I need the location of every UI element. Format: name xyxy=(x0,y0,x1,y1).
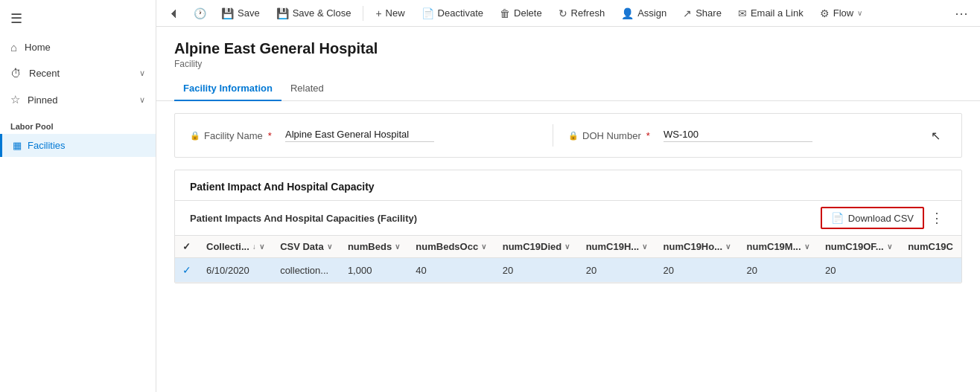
sidebar-item-pinned[interactable]: ☆ Pinned ∨ xyxy=(0,86,156,113)
pinned-icon: ☆ xyxy=(10,93,20,106)
toolbar-separator-1 xyxy=(363,6,363,21)
record-header: Alpine East General Hospital Facility xyxy=(156,27,980,69)
row-numC19M: 20 xyxy=(739,258,818,283)
sidebar-item-recent-label: Recent xyxy=(29,68,132,79)
delete-button[interactable]: 🗑 Delete xyxy=(492,4,550,22)
doh-number-label: 🔒 DOH Number * xyxy=(568,130,658,141)
save-icon: 💾 xyxy=(221,7,234,19)
record-subtitle: Facility xyxy=(174,59,962,69)
tab-related[interactable]: Related xyxy=(281,77,333,101)
facility-name-label: 🔒 Facility Name * xyxy=(190,130,279,141)
subgrid-more-button[interactable]: ⋮ xyxy=(927,207,946,229)
col-header-check: ✓ xyxy=(175,236,199,258)
filter-icon-numC19M: ∨ xyxy=(804,242,809,251)
new-button[interactable]: + New xyxy=(368,4,412,22)
col-header-numC19Ho[interactable]: numC19Ho... ∨ xyxy=(656,236,739,258)
flow-chevron-icon: ∨ xyxy=(857,9,862,17)
col-header-numbedsOcc[interactable]: numBedsOcc ∨ xyxy=(408,236,494,258)
impact-section-title: Patient Impact And Hospital Capacity xyxy=(175,170,961,201)
flow-button[interactable]: ⚙ Flow ∨ xyxy=(812,4,870,22)
assign-icon: 👤 xyxy=(621,7,634,19)
sidebar-item-home[interactable]: ⌂ Home xyxy=(0,34,156,60)
refresh-icon: ↻ xyxy=(559,7,567,19)
history-icon[interactable]: 🕐 xyxy=(188,4,212,22)
filter-icon-collecti: ∨ xyxy=(259,242,264,251)
sidebar-item-pinned-label: Pinned xyxy=(28,94,132,106)
filter-icon-numbedsOcc: ∨ xyxy=(481,242,486,251)
subgrid-title: Patient Impacts And Hospital Capacities … xyxy=(190,213,417,224)
history-back-button[interactable]: ⏴ xyxy=(162,4,186,23)
email-link-button[interactable]: ✉ Email a Link xyxy=(731,4,811,22)
download-csv-button[interactable]: 📄 Download CSV xyxy=(821,207,924,229)
sidebar-item-recent[interactable]: ⏱ Recent ∨ xyxy=(0,60,156,86)
filter-icon-numC19Ho: ∨ xyxy=(725,242,731,251)
facility-form-section: 🔒 Facility Name * Alpine East General Ho… xyxy=(174,113,962,158)
lock-icon-2: 🔒 xyxy=(568,131,579,141)
subgrid-actions: 📄 Download CSV ⋮ xyxy=(821,207,946,229)
filter-icon-numC19H: ∨ xyxy=(642,242,647,251)
doh-number-field: 🔒 DOH Number * WS-100 xyxy=(568,129,916,142)
deactivate-icon: 📄 xyxy=(421,7,434,19)
sort-desc-icon: ↓ xyxy=(252,242,256,251)
col-header-numC19M[interactable]: numC19M... ∨ xyxy=(739,236,818,258)
row-collecti: 6/10/2020 xyxy=(199,258,273,283)
sidebar: ☰ ⌂ Home ⏱ Recent ∨ ☆ Pinned ∨ Labor Poo… xyxy=(0,0,156,392)
doh-number-required: * xyxy=(646,130,650,141)
email-link-icon: ✉ xyxy=(738,7,747,19)
hamburger-menu[interactable]: ☰ xyxy=(0,3,156,34)
row-csvdata: collection... xyxy=(273,258,340,283)
cursor-indicator: ↖ xyxy=(931,129,946,143)
save-close-icon: 💾 xyxy=(276,7,289,19)
new-icon: + xyxy=(375,7,381,19)
col-header-csvdata[interactable]: CSV Data ∨ xyxy=(273,236,340,258)
filter-icon-numC19Died: ∨ xyxy=(564,242,570,251)
patient-impact-table: ✓ Collecti... ↓ ∨ CSV Data xyxy=(175,236,961,283)
col-header-numC19H[interactable]: numC19H... ∨ xyxy=(579,236,656,258)
row-numC19C xyxy=(900,258,961,283)
recent-chevron-icon: ∨ xyxy=(139,68,145,78)
main-area: ⏴ 🕐 💾 Save 💾 Save & Close + New 📄 Deacti… xyxy=(156,0,980,392)
form-row-1: 🔒 Facility Name * Alpine East General Ho… xyxy=(175,114,961,157)
checkmark-icon: ✓ xyxy=(182,241,191,252)
sidebar-item-facilities[interactable]: ▦ Facilities xyxy=(0,134,156,157)
main-content: Alpine East General Hospital Facility Fa… xyxy=(156,27,980,392)
subgrid-header-row: Patient Impacts And Hospital Capacities … xyxy=(175,201,961,236)
refresh-button[interactable]: ↻ Refresh xyxy=(551,4,613,22)
doh-number-value[interactable]: WS-100 xyxy=(664,129,812,142)
assign-button[interactable]: 👤 Assign xyxy=(614,4,674,22)
facility-name-field: 🔒 Facility Name * Alpine East General Ho… xyxy=(190,129,538,142)
row-check-cell: ✓ xyxy=(175,258,199,283)
col-header-collecti[interactable]: Collecti... ↓ ∨ xyxy=(199,236,273,258)
col-header-numC19OF[interactable]: numC19OF... ∨ xyxy=(818,236,900,258)
col-header-numC19Died[interactable]: numC19Died ∨ xyxy=(495,236,579,258)
table-row[interactable]: ✓ 6/10/2020 collection... 1,000 40 20 20… xyxy=(175,258,961,283)
row-numC19H: 20 xyxy=(579,258,656,283)
filter-icon-csvdata: ∨ xyxy=(327,242,332,251)
row-checkmark-icon: ✓ xyxy=(182,264,191,276)
row-numbedsOcc: 40 xyxy=(408,258,494,283)
pinned-chevron-icon: ∨ xyxy=(139,95,145,105)
row-numbeds: 1,000 xyxy=(340,258,408,283)
facility-name-required: * xyxy=(268,130,272,141)
toolbar-more-button[interactable]: ⋯ xyxy=(949,2,974,25)
col-header-numbeds[interactable]: numBeds ∨ xyxy=(340,236,408,258)
sidebar-item-facilities-label: Facilities xyxy=(28,140,66,151)
record-title: Alpine East General Hospital xyxy=(174,40,962,57)
lock-icon-1: 🔒 xyxy=(190,131,200,141)
facilities-icon: ▦ xyxy=(13,140,22,151)
tab-bar: Facility Information Related xyxy=(156,69,980,101)
filter-icon-numbeds: ∨ xyxy=(395,242,400,251)
filter-icon-numC19OF: ∨ xyxy=(887,242,892,251)
form-field-divider xyxy=(553,124,553,147)
toolbar: ⏴ 🕐 💾 Save 💾 Save & Close + New 📄 Deacti… xyxy=(156,0,980,27)
col-header-numC19C[interactable]: numC19C xyxy=(900,236,961,258)
sidebar-section-labor-pool: Labor Pool xyxy=(0,113,156,134)
tab-facility-information[interactable]: Facility Information xyxy=(174,77,281,101)
facility-name-value[interactable]: Alpine East General Hospital xyxy=(285,129,434,142)
save-close-button[interactable]: 💾 Save & Close xyxy=(269,4,359,22)
download-csv-icon: 📄 xyxy=(831,212,844,224)
save-button[interactable]: 💾 Save xyxy=(214,4,267,22)
row-numC19OF: 20 xyxy=(818,258,900,283)
deactivate-button[interactable]: 📄 Deactivate xyxy=(414,4,491,22)
share-button[interactable]: ↗ Share xyxy=(675,4,729,22)
